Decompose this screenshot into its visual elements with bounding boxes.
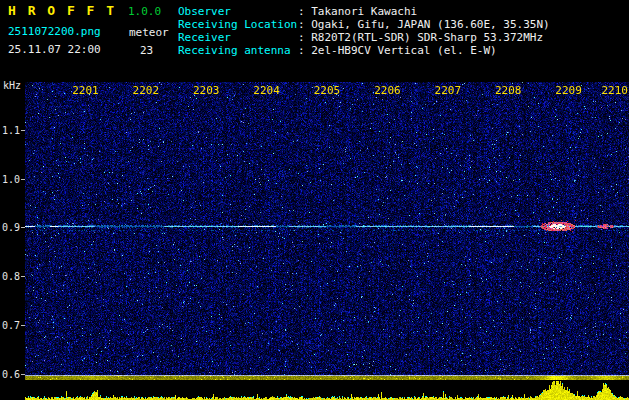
info-value-receiver: : R820T2(RTL-SDR) SDR-Sharp 53.372MHz	[298, 31, 543, 44]
time-tick-label: 2203	[193, 84, 220, 97]
freq-tick-mark	[21, 374, 25, 375]
time-tick-label: 2208	[495, 84, 522, 97]
info-value-observer: : Takanori Kawachi	[298, 5, 417, 18]
freq-tick-mark	[21, 179, 25, 180]
freq-tick-label: 1.0	[0, 174, 20, 185]
freq-tick-label: 0.9	[0, 222, 20, 233]
freq-tick-label: 1.1	[0, 125, 20, 136]
freq-tick-label: 0.7	[0, 320, 20, 331]
amplitude-strip-canvas	[25, 375, 629, 400]
station-info: Observer : Takanori Kawachi Receiving Lo…	[178, 5, 550, 57]
output-filename: 2511072200.png	[8, 25, 101, 38]
time-tick-label: 2204	[253, 84, 280, 97]
time-tick-label: 2207	[435, 84, 462, 97]
freq-tick-label: 0.6	[0, 369, 20, 380]
spectrogram-canvas	[25, 82, 629, 375]
echo-count: 23	[140, 44, 153, 57]
time-tick-label: 2205	[314, 84, 341, 97]
time-tick-label: 2210	[602, 84, 629, 97]
time-tick-label: 2202	[133, 84, 160, 97]
mode-label: meteor	[129, 26, 169, 39]
info-row-antenna: Receiving antenna : 2el-HB9CV Vertical (…	[178, 44, 550, 57]
freq-tick-mark	[21, 130, 25, 131]
info-label-location: Receiving Location	[178, 18, 298, 31]
time-tick-label: 2209	[555, 84, 582, 97]
freq-tick-mark	[21, 227, 25, 228]
observation-start-time: 25.11.07 22:00	[8, 43, 101, 56]
info-value-location: : Ogaki, Gifu, JAPAN (136.60E, 35.35N)	[298, 18, 550, 31]
freq-tick-mark	[21, 276, 25, 277]
info-row-receiver: Receiver : R820T2(RTL-SDR) SDR-Sharp 53.…	[178, 31, 550, 44]
info-label-antenna: Receiving antenna	[178, 44, 298, 57]
info-row-location: Receiving Location : Ogaki, Gifu, JAPAN …	[178, 18, 550, 31]
hrofft-screen: H R O F F T 1.0.0 2511072200.png meteor …	[0, 0, 629, 400]
freq-tick-mark	[21, 325, 25, 326]
freq-axis-unit: kHz	[3, 80, 21, 91]
info-label-observer: Observer	[178, 5, 298, 18]
time-tick-label: 2206	[374, 84, 401, 97]
info-value-antenna: : 2el-HB9CV Vertical (el. E-W)	[298, 44, 497, 57]
info-label-receiver: Receiver	[178, 31, 298, 44]
freq-tick-label: 0.8	[0, 271, 20, 282]
app-title: H R O F F T	[8, 3, 116, 18]
time-tick-label: 2201	[72, 84, 99, 97]
info-row-observer: Observer : Takanori Kawachi	[178, 5, 550, 18]
app-version: 1.0.0	[128, 5, 161, 18]
